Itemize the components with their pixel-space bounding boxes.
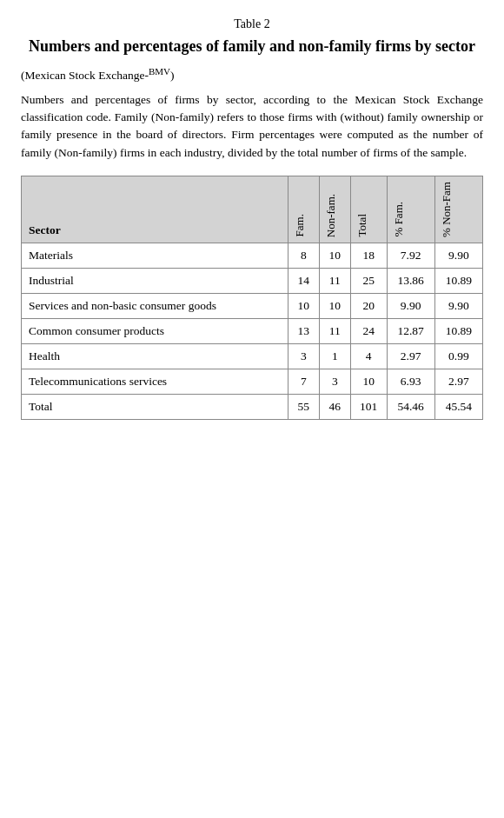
pct-fam-header: % Fam. (387, 176, 434, 243)
pct-non-fam-cell: 2.97 (434, 369, 482, 394)
pct-fam-cell: 6.93 (387, 369, 434, 394)
fam-cell: 13 (288, 318, 319, 343)
pct-non-fam-cell: 9.90 (434, 243, 482, 268)
total-cell: 18 (350, 243, 387, 268)
non-fam-cell: 3 (319, 369, 350, 394)
total-cell: 20 (350, 293, 387, 318)
fam-cell: 14 (288, 268, 319, 293)
pct-fam-cell: 54.46 (387, 394, 434, 419)
non-fam-cell: 11 (319, 318, 350, 343)
fam-cell: 10 (288, 293, 319, 318)
data-table: Sector Fam. Non-fam. Total % Fam. % Non-… (21, 176, 483, 420)
non-fam-header: Non-fam. (319, 176, 350, 243)
pct-fam-cell: 7.92 (387, 243, 434, 268)
fam-label: Fam. (293, 214, 307, 236)
pct-non-fam-label: % Non-Fam (440, 182, 454, 237)
non-fam-label: Non-fam. (324, 194, 338, 237)
table-row: Materials810187.929.90 (22, 243, 483, 268)
pct-fam-cell: 12.87 (387, 318, 434, 343)
fam-cell: 8 (288, 243, 319, 268)
pct-fam-cell: 13.86 (387, 268, 434, 293)
fam-header: Fam. (288, 176, 319, 243)
fam-cell: 7 (288, 369, 319, 394)
table-row: Industrial14112513.8610.89 (22, 268, 483, 293)
pct-non-fam-cell: 9.90 (434, 293, 482, 318)
table-label: Table 2 (21, 17, 483, 31)
pct-non-fam-header: % Non-Fam (434, 176, 482, 243)
sector-header: Sector (22, 176, 288, 243)
sector-cell: Total (22, 394, 288, 419)
sector-cell: Materials (22, 243, 288, 268)
sector-cell: Services and non-basic consumer goods (22, 293, 288, 318)
table-row: Common consumer products13112412.8710.89 (22, 318, 483, 343)
pct-non-fam-cell: 0.99 (434, 343, 482, 369)
total-cell: 4 (350, 343, 387, 369)
pct-fam-cell: 2.97 (387, 343, 434, 369)
sector-cell: Common consumer products (22, 318, 288, 343)
non-fam-cell: 11 (319, 268, 350, 293)
total-cell: 101 (350, 394, 387, 419)
table-row: Health3142.970.99 (22, 343, 483, 369)
table-row: Telecommunications services73106.932.97 (22, 369, 483, 394)
total-cell: 10 (350, 369, 387, 394)
pct-non-fam-cell: 45.54 (434, 394, 482, 419)
total-cell: 24 (350, 318, 387, 343)
total-cell: 25 (350, 268, 387, 293)
non-fam-cell: 1 (319, 343, 350, 369)
table-row: Total554610154.4645.54 (22, 394, 483, 419)
table-subtitle: (Mexican Stock Exchange-BMV) (21, 65, 483, 83)
total-label: Total (355, 214, 369, 237)
non-fam-cell: 10 (319, 243, 350, 268)
table-title: Numbers and percentages of family and no… (21, 37, 483, 57)
sector-cell: Telecommunications services (22, 369, 288, 394)
pct-non-fam-cell: 10.89 (434, 318, 482, 343)
fam-cell: 3 (288, 343, 319, 369)
table-row: Services and non-basic consumer goods101… (22, 293, 483, 318)
sector-label: Sector (29, 223, 61, 236)
pct-non-fam-cell: 10.89 (434, 268, 482, 293)
sector-cell: Health (22, 343, 288, 369)
sector-cell: Industrial (22, 268, 288, 293)
non-fam-cell: 10 (319, 293, 350, 318)
non-fam-cell: 46 (319, 394, 350, 419)
pct-fam-label: % Fam. (392, 202, 406, 236)
fam-cell: 55 (288, 394, 319, 419)
table-description: Numbers and percentages of firms by sect… (21, 91, 483, 162)
total-header: Total (350, 176, 387, 243)
pct-fam-cell: 9.90 (387, 293, 434, 318)
subtitle-text: (Mexican Stock Exchange-BMV) (21, 69, 175, 82)
